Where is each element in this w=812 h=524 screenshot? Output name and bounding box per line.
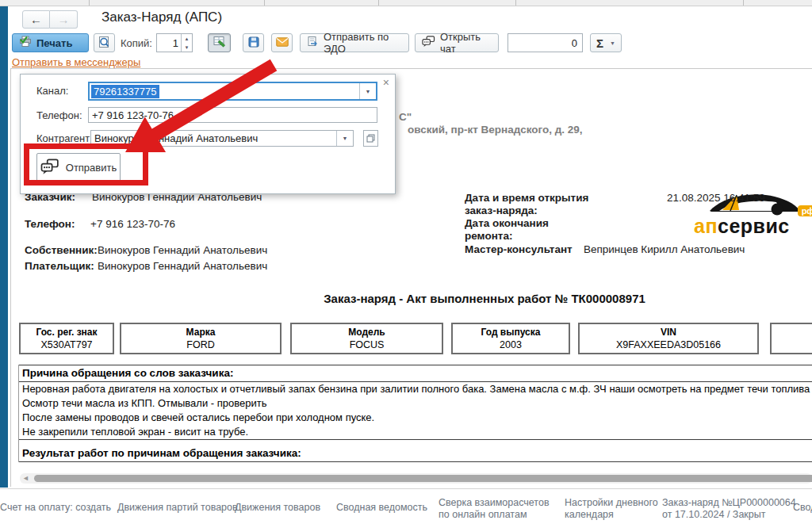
vehicle-year-value: 2003	[453, 338, 569, 350]
footer-link-invoice[interactable]: Счет на оплату: создать	[0, 502, 111, 514]
footer-link-summary-sheet[interactable]: Сводная ведомость	[336, 502, 427, 514]
tab-separator	[264, 0, 265, 6]
vehicle-plate-header: Гос. рег. знак	[21, 324, 113, 338]
chevron-down-icon[interactable]: ▼	[336, 131, 353, 146]
scroll-left-icon[interactable]: ◄	[22, 473, 29, 484]
channel-combobox[interactable]: 79261337775 ▼	[88, 82, 377, 101]
open-chat-label: Открыть чат	[440, 31, 492, 55]
sigma-icon: Σ	[596, 36, 603, 50]
horizontal-scrollbar[interactable]: ◄	[20, 473, 812, 484]
footer-divider	[0, 488, 812, 489]
vehicle-vin-value: X9FAXXEEDA3D05166	[580, 338, 757, 350]
vehicle-extra-box	[770, 323, 812, 354]
open-date-label-1: Дата и время открытия	[465, 192, 588, 204]
reason-section: Причина обращения со слов заказчика: Нер…	[18, 365, 812, 462]
print-button-label: Печать	[36, 37, 72, 49]
save-icon	[248, 36, 259, 50]
channel-label: Канал:	[36, 85, 68, 97]
nav-history-group: ← →	[22, 10, 78, 29]
tab-separator	[515, 0, 516, 6]
vehicle-model-box: Модель FOCUS	[290, 323, 443, 354]
footer-link-batch-movements[interactable]: Движения партий товаров	[117, 502, 238, 514]
logo-rf-badge: рф	[798, 205, 812, 216]
end-date-label-1: Дата окончания	[465, 217, 549, 229]
master-label: Мастер-консультант	[465, 243, 573, 255]
annotation-highlight-rectangle	[24, 143, 148, 186]
vehicle-vin-box: VIN X9FAXXEEDA3D05166	[578, 323, 759, 354]
print-preview-button[interactable]	[94, 33, 115, 52]
vehicle-extra-value	[772, 327, 812, 328]
reason-header: Причина обращения со слов заказчика:	[19, 365, 812, 382]
forward-arrow-icon: →	[58, 13, 70, 26]
copies-value: 1	[157, 37, 181, 49]
open-list-icon	[366, 132, 375, 146]
send-edo-button[interactable]: Отправить по ЭДО	[300, 33, 409, 52]
vehicle-make-box: Марка FORD	[120, 323, 282, 354]
send-to-messengers-link[interactable]: Отправить в мессенджеры	[12, 56, 140, 68]
footer-link-workorder[interactable]: Заказ-наряд №ЦР000000064от 17.10.2024 / …	[662, 497, 796, 521]
end-date-label-2: ремонта:	[465, 230, 512, 242]
vehicle-plate-value: X530AT797	[21, 338, 113, 350]
vehicle-year-header: Год выпуска	[453, 324, 569, 338]
envelope-icon	[276, 37, 289, 49]
email-button[interactable]	[271, 33, 293, 52]
copies-label: Копий:	[121, 37, 152, 49]
channel-value: 79261337775	[91, 85, 159, 98]
vehicle-make-header: Марка	[121, 324, 280, 338]
print-button[interactable]: Печать	[12, 33, 89, 52]
print-preview-icon	[98, 36, 110, 51]
contractor-label: Контрагент:	[36, 132, 93, 144]
app-window: ← → Заказ-Наряд (АПС) Печать Копий: 1	[0, 0, 812, 524]
copies-stepper[interactable]: 1 ▲ ▼	[156, 33, 193, 52]
section-gap	[19, 440, 812, 446]
open-date-label-2: заказ-наряда:	[465, 205, 538, 216]
footer-link-goods-movements[interactable]: Движения товаров	[235, 502, 320, 514]
send-edo-label: Отправить по ЭДО	[324, 31, 402, 55]
footer-link-calendar-settings[interactable]: Настройки дневногокалендаря	[565, 497, 658, 521]
owner-value: Винокуров Геннадий Анатольевич	[98, 244, 267, 256]
footer-link-clipped[interactable]: Свод	[793, 502, 812, 514]
owner-label: Собственник:	[25, 244, 98, 256]
tab-separator	[89, 0, 90, 6]
reason-line: Осмотр течи масла из КПП. Отмывали - про…	[19, 396, 812, 411]
act-title: Заказ-наряд - Акт выполненных работ № ТК…	[17, 292, 812, 305]
table-settings-button[interactable]	[208, 33, 231, 52]
contractor-value: Винокуров Геннадий Анатольевич	[94, 132, 258, 144]
vehicle-plate-box: Гос. рег. знак X530AT797	[19, 323, 114, 354]
doc-phone-value: +7 916 123-70-76	[90, 218, 175, 230]
forward-button[interactable]: →	[50, 10, 78, 29]
reason-block: Причина обращения со слов заказчика: Нер…	[19, 365, 812, 440]
edo-document-icon	[307, 36, 319, 50]
vehicle-model-value: FOCUS	[292, 338, 442, 350]
dialog-phone-label: Телефон:	[36, 109, 82, 121]
top-tab-strip	[0, 0, 812, 6]
scrollbar-thumb[interactable]	[34, 475, 812, 482]
footer-link-reconciliation[interactable]: Сверка взаиморасчетовпо онлайн оплатам	[439, 497, 550, 521]
reason-line: Неровная работа двигателя на холостых и …	[19, 382, 812, 396]
open-date-value: 21.08.2025 16:41:59	[667, 192, 765, 204]
chevron-down-icon[interactable]: ▼	[359, 83, 376, 99]
result-header: Результат работ по причинам обращения за…	[19, 446, 812, 462]
copies-spin-arrows[interactable]: ▲ ▼	[181, 34, 192, 52]
tab-separator	[378, 0, 379, 6]
reason-line: Не закрепили тепловой экран - висит на т…	[19, 425, 812, 440]
left-accent-strip	[0, 6, 8, 488]
back-button[interactable]: ←	[22, 10, 50, 29]
counter-field[interactable]: 0	[508, 33, 583, 52]
page-title: Заказ-Наряд (АПС)	[102, 10, 222, 25]
save-button[interactable]	[243, 33, 264, 52]
phone-field[interactable]: +7 916 123-70-76	[88, 107, 377, 123]
table-edit-icon	[213, 36, 226, 50]
spin-down-icon[interactable]: ▼	[182, 43, 192, 52]
company-address-fragment: овский, пр-кт Вернадского, д. 29,	[408, 124, 583, 136]
back-arrow-icon: ←	[30, 13, 42, 26]
vehicle-make-value: FORD	[121, 338, 280, 350]
company-name-fragment: С"	[399, 111, 412, 123]
logo-text: апсервис	[694, 215, 790, 238]
contractor-choose-button[interactable]	[363, 130, 378, 147]
sum-dropdown-button[interactable]: Σ ▼	[590, 33, 622, 52]
open-chat-button[interactable]: Открыть чат	[415, 33, 499, 52]
vehicle-model-header: Модель	[292, 324, 442, 338]
spin-up-icon[interactable]: ▲	[182, 34, 192, 43]
close-icon[interactable]: ×	[383, 77, 389, 88]
